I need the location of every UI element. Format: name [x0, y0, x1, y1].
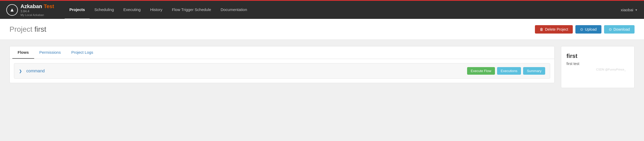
page-content: Flows Permissions Project Logs ❯ command…: [0, 40, 644, 94]
tab-project-logs[interactable]: Project Logs: [66, 46, 98, 59]
project-name: first: [34, 25, 46, 33]
summary-button[interactable]: Summary: [523, 67, 545, 75]
brand-logo-link[interactable]: ▲ Azkaban Test 3.84.4 My Local Azkaban: [6, 3, 54, 17]
upload-button[interactable]: ⊙ Upload: [575, 25, 601, 34]
nav-link-flow-trigger-schedule[interactable]: Flow Trigger Schedule: [167, 1, 216, 19]
nav-link-scheduling[interactable]: Scheduling: [90, 1, 119, 19]
nav-link-projects[interactable]: Projects: [65, 1, 90, 19]
executions-button[interactable]: Executions: [497, 67, 521, 75]
tab-flows[interactable]: Flows: [12, 46, 34, 59]
flow-list: ❯ command Execute Flow Executions Summar…: [10, 59, 554, 83]
brand-logo-icon: ▲: [6, 4, 18, 16]
user-caret-icon: ▼: [635, 8, 638, 12]
brand-text: Azkaban Test 3.84.4 My Local Azkaban: [21, 3, 54, 17]
nav-links: Projects Scheduling Executing History Fl…: [65, 1, 621, 19]
upload-icon: ⊙: [580, 27, 583, 31]
side-panel-title: first: [566, 53, 629, 59]
brand-subtitle: My Local Azkaban: [21, 13, 54, 17]
delete-project-button[interactable]: 🗑 Delete Project: [535, 25, 573, 34]
nav-link-executing[interactable]: Executing: [119, 1, 145, 19]
brand-name-label: Azkaban: [21, 3, 42, 9]
tabs: Flows Permissions Project Logs: [10, 46, 554, 59]
navbar: ▲ Azkaban Test 3.84.4 My Local Azkaban P…: [0, 0, 644, 19]
side-panel: first first test CSDN @FunnyPrince_: [561, 46, 635, 88]
flow-actions: Execute Flow Executions Summary: [467, 67, 545, 75]
tab-permissions[interactable]: Permissions: [34, 46, 66, 59]
execute-flow-button[interactable]: Execute Flow: [467, 67, 495, 75]
page-header: Project first 🗑 Delete Project ⊙ Upload …: [0, 19, 644, 40]
download-button[interactable]: ⊙ Download: [604, 25, 635, 34]
trash-icon: 🗑: [540, 27, 543, 31]
main-panel: Flows Permissions Project Logs ❯ command…: [9, 46, 555, 83]
nav-link-history[interactable]: History: [145, 1, 167, 19]
flow-name[interactable]: command: [26, 69, 464, 73]
user-menu[interactable]: xiaobai ▼: [621, 8, 638, 12]
watermark: CSDN @FunnyPrince_: [566, 66, 629, 73]
side-panel-description: first test: [566, 62, 629, 66]
header-actions: 🗑 Delete Project ⊙ Upload ⊙ Download: [535, 25, 635, 34]
page-title: Project first: [9, 25, 535, 34]
flow-item: ❯ command Execute Flow Executions Summar…: [14, 63, 550, 79]
brand-test-label: Test: [44, 3, 54, 9]
user-label: xiaobai: [621, 8, 633, 12]
nav-link-documentation[interactable]: Documentation: [216, 1, 252, 19]
flow-expand-icon[interactable]: ❯: [19, 69, 22, 73]
download-icon: ⊙: [609, 27, 612, 31]
brand-version: 3.84.4: [21, 9, 54, 13]
